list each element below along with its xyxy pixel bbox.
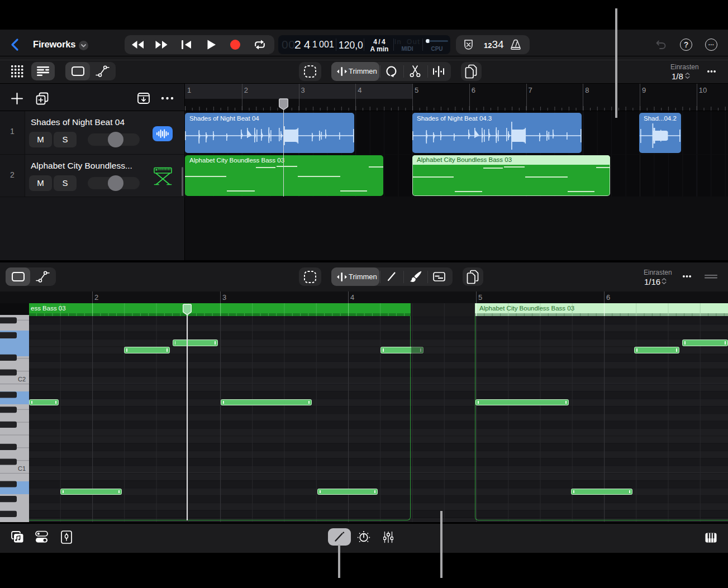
svg-text:C2: C2 <box>18 376 26 383</box>
svg-text:C1: C1 <box>18 465 26 472</box>
